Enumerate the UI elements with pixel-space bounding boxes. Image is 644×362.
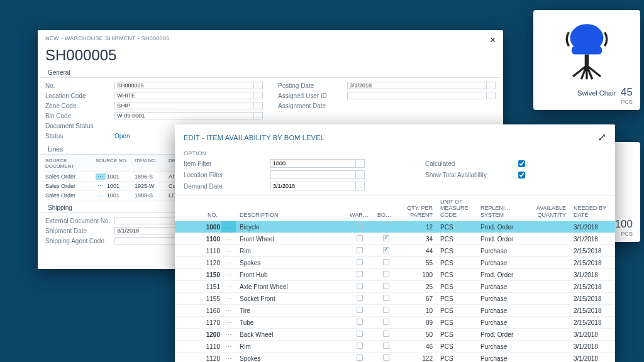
breadcrumb: NEW - WAREHOUSE SHIPMENT - SH000005	[45, 35, 170, 41]
bottleneck-checkbox[interactable]	[383, 283, 389, 289]
lookup-icon[interactable]: …	[254, 102, 263, 109]
cell-need-date: 2/15/2018	[570, 281, 615, 293]
row-actions-icon[interactable]: ⋯	[221, 257, 236, 269]
table-row[interactable]: 1100⋯Front Wheel34PCSProd. Order3/1/2018	[175, 233, 615, 245]
expand-icon[interactable]: ⤢	[597, 131, 606, 144]
calculated-checkbox[interactable]	[518, 160, 525, 167]
bottleneck-checkbox[interactable]	[383, 354, 389, 361]
warning-checkbox[interactable]	[357, 235, 363, 241]
cell-replenishment: Purchase	[477, 353, 526, 362]
cell-replenishment: Prod. Order	[477, 269, 526, 281]
table-row[interactable]: 1110⋯Rim46PCSPurchase3/1/2018	[175, 341, 615, 353]
row-actions-icon[interactable]: ⋯	[221, 281, 236, 293]
warning-checkbox[interactable]	[357, 223, 363, 229]
bottleneck-checkbox[interactable]	[383, 223, 389, 229]
cell-replenishment: Purchase	[477, 317, 526, 329]
row-actions-icon[interactable]: ⋯	[221, 245, 236, 257]
assigned-user-field[interactable]	[347, 92, 487, 99]
row-actions-icon[interactable]: ⋯	[96, 192, 106, 199]
warning-checkbox[interactable]	[357, 283, 363, 289]
location-filter-field[interactable]	[270, 170, 356, 179]
section-general[interactable]: General	[40, 68, 501, 78]
bottleneck-checkbox[interactable]	[383, 259, 389, 265]
warning-checkbox[interactable]	[357, 343, 363, 349]
table-row[interactable]: 1120⋯Spokes55PCSPurchase2/15/2018	[175, 257, 615, 269]
bottleneck-checkbox[interactable]	[383, 343, 389, 349]
cell-uom: PCS	[436, 305, 477, 317]
show-total-checkbox[interactable]	[518, 172, 525, 178]
demand-date-field[interactable]	[270, 182, 356, 190]
table-row[interactable]: 1170⋯Tube89PCSPurchase2/15/2018	[175, 317, 615, 329]
svg-rect-1	[572, 46, 602, 54]
cell-available	[526, 257, 570, 269]
cell-replenishment: Purchase	[477, 293, 526, 305]
table-row[interactable]: 1160⋯Tire10PCSPurchase2/15/2018	[175, 305, 615, 317]
table-row[interactable]: 1000⋯Bicycle12PCSProd. Order3/1/2018	[175, 221, 615, 233]
bottleneck-checkbox[interactable]	[383, 235, 389, 241]
cell-available	[526, 353, 570, 362]
lookup-icon[interactable]: …	[356, 182, 365, 190]
cell-qty: 55	[399, 257, 436, 269]
warning-checkbox[interactable]	[357, 271, 363, 277]
table-row[interactable]: 1150⋯Front Hub100PCSProd. Order3/1/2018	[175, 269, 615, 281]
row-actions-icon[interactable]: ⋯	[221, 341, 236, 353]
location-field[interactable]	[114, 92, 254, 99]
row-actions-icon[interactable]: ⋯	[221, 317, 236, 329]
lookup-icon[interactable]: …	[254, 112, 263, 119]
no-field[interactable]	[114, 82, 254, 89]
bottleneck-checkbox[interactable]	[383, 331, 389, 337]
close-icon[interactable]: ×	[490, 35, 496, 45]
cell-description: Tire	[236, 305, 346, 317]
lookup-icon[interactable]: …	[356, 159, 365, 168]
cell-available	[526, 281, 570, 293]
lookup-icon[interactable]: …	[356, 170, 365, 179]
row-actions-icon[interactable]: ⋯	[96, 183, 106, 189]
table-row[interactable]: 1151⋯Axle Front Wheel25PCSPurchase2/15/2…	[175, 281, 615, 293]
warning-checkbox[interactable]	[357, 259, 363, 265]
cell-uom: PCS	[436, 233, 477, 245]
item-card-swivel-chair[interactable]: Swivel Chair45 PCS	[533, 10, 640, 110]
table-row[interactable]: 1200⋯Back Wheel50PCSProd. Order3/1/2018	[175, 329, 615, 341]
cell-need-date: 3/1/2018	[570, 269, 615, 281]
posting-date-field[interactable]	[347, 82, 487, 89]
table-row[interactable]: 1155⋯Socket Front67PCSPurchase2/15/2018	[175, 293, 615, 305]
row-actions-icon[interactable]: ⋯	[221, 269, 236, 281]
warning-checkbox[interactable]	[357, 307, 363, 313]
cell-uom: PCS	[436, 245, 477, 257]
warning-checkbox[interactable]	[357, 331, 363, 337]
lookup-icon[interactable]: …	[487, 92, 496, 99]
warning-checkbox[interactable]	[357, 319, 363, 325]
row-actions-icon[interactable]: ⋯	[96, 173, 106, 180]
cell-qty: 34	[399, 233, 436, 245]
item-filter-field[interactable]	[270, 159, 356, 168]
cell-need-date: 3/1/2018	[570, 221, 615, 233]
bottleneck-checkbox[interactable]	[383, 295, 389, 301]
warning-checkbox[interactable]	[357, 247, 363, 253]
bottleneck-checkbox[interactable]	[383, 247, 389, 253]
bottleneck-checkbox[interactable]	[383, 271, 389, 277]
lookup-icon[interactable]: …	[254, 82, 263, 89]
row-actions-icon[interactable]: ⋯	[221, 221, 236, 233]
bottleneck-checkbox[interactable]	[383, 319, 389, 325]
cell-available	[526, 233, 570, 245]
cell-replenishment: Purchase	[477, 257, 526, 269]
lookup-icon[interactable]: …	[254, 92, 263, 99]
row-actions-icon[interactable]: ⋯	[221, 293, 236, 305]
warning-checkbox[interactable]	[357, 354, 363, 361]
page-title: SH000005	[38, 45, 503, 68]
row-actions-icon[interactable]: ⋯	[221, 305, 236, 317]
cell-available	[526, 269, 570, 281]
status-value: Open	[114, 133, 130, 140]
row-actions-icon[interactable]: ⋯	[221, 233, 236, 245]
lookup-icon[interactable]: …	[487, 82, 496, 89]
table-row[interactable]: 1110⋯Rim44PCSPurchase2/15/2018	[175, 245, 615, 257]
bottleneck-checkbox[interactable]	[383, 307, 389, 313]
table-row[interactable]: 1120⋯Spokes122PCSPurchase3/1/2018	[175, 353, 615, 362]
cell-available	[526, 341, 570, 353]
row-actions-icon[interactable]: ⋯	[221, 353, 236, 362]
zone-field[interactable]	[114, 102, 254, 109]
row-actions-icon[interactable]: ⋯	[221, 329, 236, 341]
cell-description: Bicycle	[236, 221, 346, 233]
bin-field[interactable]	[114, 112, 254, 119]
warning-checkbox[interactable]	[357, 295, 363, 301]
